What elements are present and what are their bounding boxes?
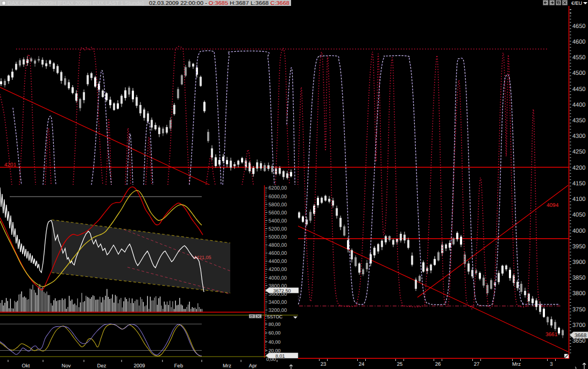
svg-text:4550: 4550 <box>572 54 585 61</box>
svg-text:4050: 4050 <box>572 212 585 218</box>
svg-text:4400: 4400 <box>572 102 585 108</box>
svg-text:Dez: Dez <box>97 363 107 369</box>
svg-text:3850: 3850 <box>572 275 585 281</box>
svg-text:02.03.2009 22:00:00 - O:3685 H: 02.03.2009 22:00:00 - O:3685 H:3687 L:36… <box>149 1 289 6</box>
svg-text:3: 3 <box>550 361 552 367</box>
svg-text:4000,00: 4000,00 <box>268 275 287 281</box>
svg-text:4600,00: 4600,00 <box>268 250 287 256</box>
svg-text:DAX Futures 2009H [FDAX 2009H: DAX Futures 2009H [FDAX 2009H EUX LAST 1… <box>8 1 144 6</box>
svg-text:Feb: Feb <box>174 363 183 369</box>
svg-text:5000,00: 5000,00 <box>268 234 287 240</box>
svg-text:5400,00: 5400,00 <box>268 218 287 224</box>
svg-text:60,00: 60,00 <box>268 330 281 336</box>
svg-text:6200,00: 6200,00 <box>268 185 287 191</box>
svg-text:8,01: 8,01 <box>275 353 285 359</box>
svg-text:2009: 2009 <box>133 363 145 369</box>
svg-text:24: 24 <box>359 361 365 367</box>
svg-text:4400,00: 4400,00 <box>268 259 287 264</box>
svg-text:4200,00: 4200,00 <box>268 267 287 273</box>
svg-text:20,00: 20,00 <box>268 348 281 353</box>
svg-text:4100: 4100 <box>572 196 585 203</box>
svg-text:4600: 4600 <box>572 39 585 45</box>
svg-text:5800,00: 5800,00 <box>268 202 287 208</box>
svg-text:4800,00: 4800,00 <box>268 242 287 248</box>
svg-text:€/EU: €/EU <box>571 1 582 6</box>
svg-text:4201: 4201 <box>4 162 17 168</box>
svg-text:3700: 3700 <box>572 322 585 329</box>
svg-text:3950: 3950 <box>572 243 585 250</box>
svg-text:6000,00: 6000,00 <box>268 194 287 200</box>
svg-text:4500: 4500 <box>572 70 585 76</box>
svg-text:26: 26 <box>435 361 441 367</box>
svg-text:Mrz: Mrz <box>512 361 521 367</box>
svg-text:3900: 3900 <box>572 259 585 266</box>
svg-text:80,00: 80,00 <box>268 322 281 327</box>
svg-text:3400,00: 3400,00 <box>268 300 287 305</box>
svg-text:3672,50: 3672,50 <box>273 288 291 294</box>
svg-text:27: 27 <box>474 361 480 367</box>
svg-text:Apr: Apr <box>249 363 257 369</box>
svg-text:4000: 4000 <box>572 228 585 234</box>
svg-text:4094: 4094 <box>547 203 559 208</box>
svg-text:4350: 4350 <box>572 117 585 124</box>
svg-text:25: 25 <box>397 361 403 367</box>
svg-text:SSTOC: SSTOC <box>267 314 282 319</box>
svg-text:4150: 4150 <box>572 180 585 187</box>
svg-text:Okt: Okt <box>22 363 30 369</box>
svg-text:3661: 3661 <box>546 332 558 338</box>
svg-text:4300: 4300 <box>572 133 585 140</box>
svg-text:3750: 3750 <box>572 307 585 313</box>
svg-text:5200,00: 5200,00 <box>268 226 287 232</box>
svg-text:Mrz: Mrz <box>223 363 231 369</box>
svg-text:40,00: 40,00 <box>268 339 281 345</box>
svg-text:4250: 4250 <box>572 149 585 155</box>
svg-text:4450: 4450 <box>572 86 585 93</box>
svg-text:4200: 4200 <box>572 165 585 171</box>
svg-text:5600,00: 5600,00 <box>268 210 287 216</box>
svg-text:4650: 4650 <box>572 23 585 30</box>
svg-text:3800: 3800 <box>572 290 585 297</box>
svg-text:23: 23 <box>321 361 327 367</box>
svg-text:Nov: Nov <box>62 363 71 369</box>
svg-text:3668: 3668 <box>575 333 587 339</box>
svg-text:3200,00: 3200,00 <box>268 308 287 314</box>
